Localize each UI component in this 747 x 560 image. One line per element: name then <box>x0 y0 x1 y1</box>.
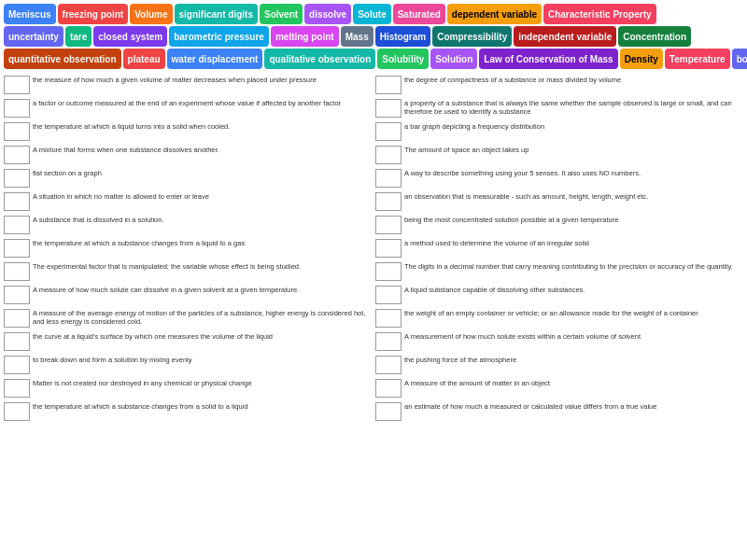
answer-box-left-col-0[interactable] <box>4 76 30 94</box>
def-row-left-col-0: the measure of how much a given volume o… <box>4 75 372 97</box>
def-row-left-col-5: A situation in which no matter is allowe… <box>4 191 372 214</box>
vocab-chip-0-3[interactable]: significant digits <box>175 4 258 24</box>
def-row-right-col-2: a bar graph depicting a frequency distri… <box>375 121 743 144</box>
def-text-left-col-2: the temperature at which a liquid turns … <box>33 122 372 131</box>
vocab-chip-0-1[interactable]: freezing point <box>58 4 129 24</box>
vocab-chip-0-5[interactable]: dissolve <box>304 4 351 24</box>
vocab-chip-1-1[interactable]: tare <box>65 26 92 47</box>
def-text-right-col-12: the pushing force of the atmosphere <box>404 356 743 364</box>
def-row-left-col-11: the curve at a liquid's surface by which… <box>4 331 372 354</box>
def-text-right-col-8: The digits in a decimal number that carr… <box>404 262 743 271</box>
vocab-chip-1-7[interactable]: Compressibility <box>432 26 512 47</box>
def-text-left-col-8: The experimental factor that is manipula… <box>33 262 372 271</box>
def-text-right-col-2: a bar graph depicting a frequency distri… <box>404 122 743 131</box>
answer-box-right-col-13[interactable] <box>375 379 402 398</box>
vocab-chip-1-5[interactable]: Mass <box>341 26 374 47</box>
answer-box-right-col-7[interactable] <box>375 239 402 258</box>
answer-box-right-col-11[interactable] <box>375 332 402 351</box>
def-row-left-col-4: flat section on a graph <box>4 168 372 190</box>
answer-box-left-col-11[interactable] <box>4 332 30 351</box>
answer-box-right-col-8[interactable] <box>375 262 402 281</box>
answer-box-right-col-2[interactable] <box>375 122 402 141</box>
vocab-chip-1-3[interactable]: barometric pressure <box>169 26 269 47</box>
vocab-chip-2-0[interactable]: quantitative observation <box>4 49 121 69</box>
answer-box-left-col-2[interactable] <box>4 122 30 141</box>
answer-box-left-col-13[interactable] <box>4 379 30 398</box>
answer-box-left-col-10[interactable] <box>4 309 30 328</box>
vocab-chip-1-6[interactable]: Histogram <box>375 26 430 47</box>
def-row-right-col-5: an observation that is measurable - such… <box>375 191 743 214</box>
answer-box-left-col-9[interactable] <box>4 286 30 304</box>
answer-box-right-col-6[interactable] <box>375 216 402 234</box>
answer-box-left-col-1[interactable] <box>4 99 30 118</box>
def-text-left-col-7: the temperature at which a substance cha… <box>33 239 372 247</box>
def-text-right-col-3: The amount of space an object takes up <box>404 146 743 154</box>
header-section: Meniscusfreezing pointVolumesignificant … <box>0 0 747 73</box>
vocab-chip-1-2[interactable]: closed system <box>93 26 167 47</box>
vocab-row-1: uncertaintytareclosed systembarometric p… <box>4 26 743 47</box>
def-row-right-col-1: a property of a substance that is always… <box>375 98 743 120</box>
answer-box-right-col-10[interactable] <box>375 309 402 328</box>
answer-box-right-col-0[interactable] <box>375 76 402 94</box>
def-text-right-col-10: the weight of an empty container or vehi… <box>404 309 743 317</box>
vocab-chip-0-0[interactable]: Meniscus <box>4 4 56 24</box>
answer-box-left-col-3[interactable] <box>4 146 30 164</box>
answer-box-right-col-3[interactable] <box>375 146 402 164</box>
vocab-chip-1-0[interactable]: uncertainty <box>4 26 63 47</box>
def-text-left-col-9: A measure of how much solute can dissolv… <box>33 286 372 294</box>
def-text-left-col-1: a factor or outcome measured at the end … <box>33 99 372 107</box>
def-row-left-col-9: A measure of how much solute can dissolv… <box>4 285 372 307</box>
vocab-chip-0-2[interactable]: Volume <box>130 4 172 24</box>
vocab-chip-2-3[interactable]: qualitative observation <box>264 49 375 69</box>
def-text-left-col-13: Matter is not created nor destroyed in a… <box>33 379 372 387</box>
def-text-right-col-5: an observation that is measurable - such… <box>404 192 743 201</box>
right-definitions: the degree of compactness of a substance… <box>375 75 743 424</box>
left-definitions: the measure of how much a given volume o… <box>4 75 372 424</box>
vocab-chip-0-4[interactable]: Solvent <box>260 4 303 24</box>
def-row-right-col-3: The amount of space an object takes up <box>375 145 743 167</box>
def-row-left-col-3: A mixture that forms when one substance … <box>4 145 372 167</box>
vocab-chip-2-9[interactable]: boiling point <box>732 49 747 69</box>
def-text-right-col-6: being the most concentrated solution pos… <box>404 216 743 224</box>
answer-box-left-col-8[interactable] <box>4 262 30 281</box>
answer-box-right-col-1[interactable] <box>375 99 402 118</box>
def-row-right-col-8: The digits in a decimal number that carr… <box>375 261 743 284</box>
vocab-chip-2-5[interactable]: Solution <box>430 49 477 69</box>
vocab-chip-0-7[interactable]: Saturated <box>393 4 445 24</box>
def-text-left-col-11: the curve at a liquid's surface by which… <box>33 332 372 341</box>
def-row-right-col-10: the weight of an empty container or vehi… <box>375 308 743 330</box>
vocab-chip-2-8[interactable]: Temperature <box>665 49 730 69</box>
answer-box-left-col-7[interactable] <box>4 239 30 258</box>
vocab-chip-2-6[interactable]: Law of Conservation of Mass <box>479 49 617 69</box>
def-text-left-col-6: A substance that is dissolved in a solut… <box>33 216 372 224</box>
answer-box-left-col-14[interactable] <box>4 402 30 421</box>
answer-box-right-col-5[interactable] <box>375 192 402 211</box>
answer-box-left-col-12[interactable] <box>4 356 30 374</box>
vocab-chip-2-7[interactable]: Density <box>620 49 663 69</box>
def-text-left-col-5: A situation in which no matter is allowe… <box>33 192 372 201</box>
vocab-chip-1-8[interactable]: independent variable <box>514 26 616 47</box>
def-row-right-col-11: A measurement of how much solute exists … <box>375 331 743 354</box>
def-row-right-col-14: an estimate of how much a measured or ca… <box>375 401 743 424</box>
answer-box-right-col-9[interactable] <box>375 286 402 304</box>
answer-box-left-col-4[interactable] <box>4 169 30 188</box>
answer-box-right-col-12[interactable] <box>375 356 402 374</box>
vocab-chip-2-1[interactable]: plateau <box>123 49 165 69</box>
vocab-chip-2-4[interactable]: Solubility <box>377 49 429 69</box>
def-text-right-col-7: a method used to determine the volume of… <box>404 239 743 247</box>
vocab-chip-2-2[interactable]: water displacement <box>167 49 263 69</box>
vocab-chip-1-9[interactable]: Concentration <box>618 26 691 47</box>
vocab-chip-1-4[interactable]: melting point <box>271 26 339 47</box>
vocab-chip-0-6[interactable]: Solute <box>353 4 391 24</box>
def-row-right-col-7: a method used to determine the volume of… <box>375 238 743 260</box>
def-text-left-col-14: the temperature at which a substance cha… <box>33 402 372 411</box>
answer-box-left-col-6[interactable] <box>4 216 30 234</box>
answer-box-right-col-14[interactable] <box>375 402 402 421</box>
def-text-left-col-12: to break down and form a solution by mix… <box>33 356 372 364</box>
def-text-right-col-13: A measure of the amount of matter in an … <box>404 379 743 387</box>
vocab-chip-0-8[interactable]: dependent variable <box>447 4 542 24</box>
def-row-left-col-8: The experimental factor that is manipula… <box>4 261 372 284</box>
vocab-chip-0-9[interactable]: Characteristic Property <box>543 4 656 24</box>
answer-box-left-col-5[interactable] <box>4 192 30 211</box>
answer-box-right-col-4[interactable] <box>375 169 402 188</box>
